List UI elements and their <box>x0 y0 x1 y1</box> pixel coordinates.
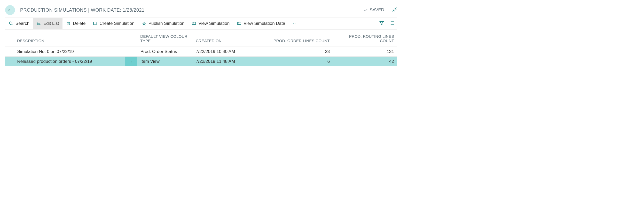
filter-button[interactable] <box>376 20 387 27</box>
svg-line-17 <box>194 24 194 24</box>
cell-created-on: 7/22/2019 10:40 AM <box>193 47 269 57</box>
row-menu-button[interactable]: ⋮ <box>125 47 137 57</box>
view-simulation-button[interactable]: View Simulation <box>188 18 233 29</box>
edit-list-icon <box>37 21 41 26</box>
arrow-left-icon <box>8 8 12 12</box>
svg-line-2 <box>393 10 394 12</box>
collapse-icon <box>392 7 397 12</box>
row-handle[interactable] <box>5 57 14 66</box>
publish-sim-icon <box>142 21 146 26</box>
row-handle[interactable] <box>5 47 14 57</box>
saved-label: SAVED <box>370 7 384 13</box>
trash-icon <box>66 21 71 26</box>
cell-created-on: 7/22/2019 11:48 AM <box>193 57 269 66</box>
svg-line-20 <box>239 24 239 24</box>
cell-description: Simulation No. 0 on 07/22/19 <box>14 47 125 57</box>
publish-simulation-button[interactable]: Publish Simulation <box>138 18 188 29</box>
table-row[interactable]: Simulation No. 0 on 07/22/19 ⋮ Prod. Ord… <box>5 47 397 57</box>
cell-routing-lines: 131 <box>333 47 397 57</box>
create-sim-label: Create Simulation <box>100 21 135 26</box>
view-sim-label: View Simulation <box>198 21 230 26</box>
back-button[interactable] <box>5 5 15 15</box>
simulations-table: DESCRIPTION DEFAULT VIEW COLOUR TYPE CRE… <box>5 32 397 66</box>
delete-button[interactable]: Delete <box>62 18 89 29</box>
view-sim-data-icon <box>237 21 241 26</box>
search-button[interactable]: Search <box>5 18 33 29</box>
cell-colour-type: Prod. Order Status <box>137 47 193 57</box>
more-actions-button[interactable]: ⋯ <box>289 21 299 26</box>
collapse-button[interactable] <box>392 7 397 13</box>
svg-marker-21 <box>380 21 384 25</box>
publish-sim-label: Publish Simulation <box>148 21 185 26</box>
cell-colour-type: Item View <box>137 57 193 66</box>
col-created-on[interactable]: CREATED ON <box>193 32 269 47</box>
cell-order-lines: 6 <box>269 57 333 66</box>
view-sim-icon <box>192 21 196 26</box>
row-menu-button[interactable]: ⋮ <box>125 57 137 66</box>
svg-rect-10 <box>93 22 96 25</box>
svg-line-1 <box>395 8 397 9</box>
page-title: PRODUCTION SIMULATIONS | WORK DATE: 1/28… <box>20 7 364 13</box>
cell-order-lines: 23 <box>269 47 333 57</box>
svg-point-3 <box>9 22 12 25</box>
cell-routing-lines: 42 <box>333 57 397 66</box>
cell-description: Released production orders - 07/22/19 <box>14 57 125 66</box>
table-row[interactable]: Released production orders - 07/22/19 ⋮ … <box>5 57 397 66</box>
list-icon <box>389 20 395 26</box>
svg-line-4 <box>12 24 13 25</box>
view-sim-data-label: View Simulation Data <box>244 21 285 26</box>
view-simulation-data-button[interactable]: View Simulation Data <box>233 18 289 29</box>
filter-icon <box>379 20 384 26</box>
col-colour-type[interactable]: DEFAULT VIEW COLOUR TYPE <box>137 32 193 47</box>
edit-list-label: Edit List <box>43 21 59 26</box>
col-description[interactable]: DESCRIPTION <box>14 32 125 47</box>
col-routing-lines[interactable]: PROD. ROUTING LINES COUNT <box>333 32 397 47</box>
edit-list-button[interactable]: Edit List <box>33 18 62 29</box>
saved-status: SAVED <box>364 7 384 13</box>
col-order-lines[interactable]: PROD. ORDER LINES COUNT <box>269 32 333 47</box>
toolbar: Search Edit List Delete Create Simulatio… <box>5 18 397 29</box>
delete-label: Delete <box>73 21 85 26</box>
search-icon <box>9 21 13 26</box>
list-view-button[interactable] <box>387 20 397 27</box>
check-icon <box>364 8 368 12</box>
create-simulation-button[interactable]: Create Simulation <box>89 18 138 29</box>
search-label: Search <box>15 21 29 26</box>
create-sim-icon <box>93 21 98 26</box>
svg-marker-14 <box>143 22 146 25</box>
